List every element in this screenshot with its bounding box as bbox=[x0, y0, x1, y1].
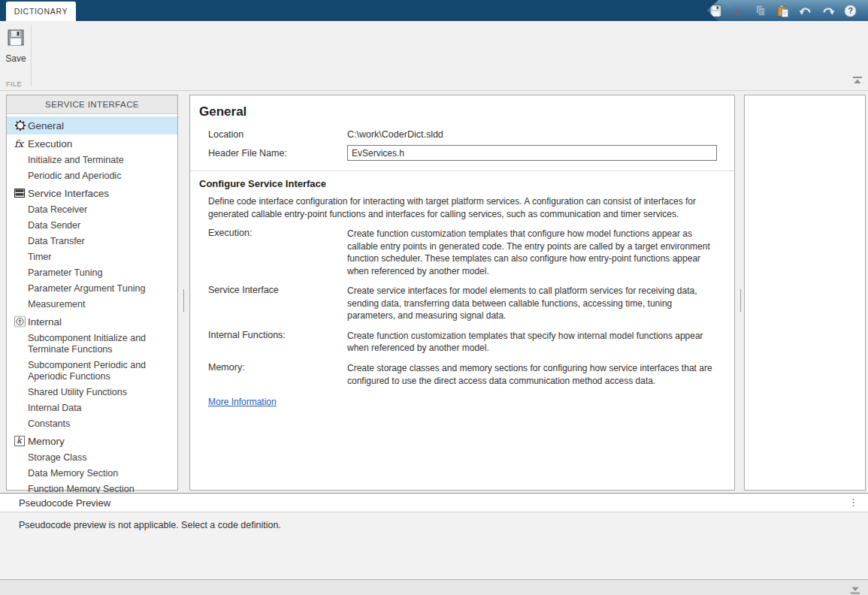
tree-item-storage-class[interactable]: Storage Class bbox=[7, 450, 177, 466]
service-interface-tree: GeneralfxExecutionInitialize and Termina… bbox=[7, 114, 177, 497]
tree-item-shared-utility-functions[interactable]: Shared Utility Functions bbox=[7, 385, 177, 400]
tree-item-execution[interactable]: fxExecution bbox=[7, 134, 177, 153]
config-row-service-interface: Service InterfaceCreate service interfac… bbox=[199, 285, 725, 322]
right-splitter-handle[interactable] bbox=[740, 289, 741, 312]
file-section-label: FILE bbox=[6, 80, 22, 88]
tree-item-label: Data Transfer bbox=[28, 236, 85, 246]
general-settings-panel: General Location C:\work\CoderDict.sldd … bbox=[189, 95, 735, 491]
tree-item-data-memory-section[interactable]: Data Memory Section bbox=[7, 466, 177, 482]
qab-cut-button bbox=[730, 2, 747, 20]
tree-item-label: Initialize and Terminate bbox=[28, 155, 124, 165]
tree-item-periodic-and-aperiodic[interactable]: Periodic and Aperiodic bbox=[7, 168, 177, 184]
tree-item-label: Parameter Tuning bbox=[28, 267, 102, 278]
k-icon: k bbox=[14, 436, 25, 446]
tree-item-parameter-argument-tuning[interactable]: Parameter Argument Tuning bbox=[7, 281, 177, 297]
qab-undo-button[interactable] bbox=[797, 2, 814, 20]
config-rows: Execution:Create function customization … bbox=[199, 228, 725, 387]
tree-item-label: Measurement bbox=[28, 299, 85, 310]
tree-item-label: Data Memory Section bbox=[28, 468, 118, 479]
tree-item-timer[interactable]: Timer bbox=[7, 249, 177, 265]
location-value: C:\work\CoderDict.sldd bbox=[347, 129, 443, 140]
grid-icon bbox=[14, 189, 25, 198]
more-information-link[interactable]: More Information bbox=[208, 397, 277, 407]
save-button[interactable]: Save bbox=[4, 29, 28, 64]
qab-save-button[interactable] bbox=[707, 2, 724, 20]
tree-item-label: Execution bbox=[28, 138, 72, 150]
tree-item-constants[interactable]: Constants bbox=[7, 416, 177, 432]
gear-icon bbox=[14, 119, 26, 131]
tree-item-initialize-and-terminate[interactable]: Initialize and Terminate bbox=[7, 153, 177, 168]
tab-dictionary-label: DICTIONARY bbox=[14, 7, 68, 16]
service-interface-panel: SERVICE INTERFACE GeneralfxExecutionInit… bbox=[6, 95, 178, 491]
collapse-up-icon bbox=[852, 77, 863, 84]
tree-item-internal-data[interactable]: Internal Data bbox=[7, 400, 177, 416]
header-file-label: Header File Name: bbox=[199, 148, 347, 159]
fx-icon: fx bbox=[14, 138, 23, 150]
qab-paste-button[interactable] bbox=[775, 2, 792, 20]
tree-item-memory[interactable]: kMemory bbox=[7, 432, 177, 450]
config-row-description: Create service interfaces for model elem… bbox=[347, 285, 717, 322]
tree-item-label: Periodic and Aperiodic bbox=[28, 171, 121, 181]
collapse-down-icon bbox=[850, 587, 860, 594]
tree-item-subcomponent-initialize-and-terminate-functions[interactable]: Subcomponent Initialize and Terminate Fu… bbox=[7, 331, 177, 358]
tree-item-subcomponent-periodic-and-aperiodic-functions[interactable]: Subcomponent Periodic and Aperiodic Func… bbox=[7, 358, 177, 385]
redo-icon bbox=[821, 5, 835, 17]
tree-item-data-transfer[interactable]: Data Transfer bbox=[7, 234, 177, 249]
pseudocode-preview-body: Pseudocode preview is not applicable. Se… bbox=[0, 513, 868, 579]
cut-icon bbox=[732, 5, 744, 17]
header-file-row: Header File Name: bbox=[199, 145, 725, 161]
sidebar-header: SERVICE INTERFACE bbox=[7, 95, 177, 114]
tree-item-parameter-tuning[interactable]: Parameter Tuning bbox=[7, 265, 177, 281]
qab-help-button[interactable]: ? bbox=[842, 2, 859, 20]
preview-menu-button[interactable]: ⋮ bbox=[848, 497, 858, 509]
tree-item-label: Constants bbox=[28, 418, 70, 429]
config-row-description: Create function customization templates … bbox=[347, 330, 717, 355]
pseudocode-preview-title: Pseudocode Preview bbox=[19, 497, 110, 509]
collapse-ribbon-button[interactable] bbox=[852, 74, 863, 87]
tree-item-label: Memory bbox=[28, 436, 65, 447]
config-row-description: Create function customization templates … bbox=[347, 228, 717, 277]
sidebar-header-label: SERVICE INTERFACE bbox=[45, 100, 139, 109]
quick-access-toolbar: ? bbox=[707, 0, 868, 21]
configure-section-intro: Define code interface configuration for … bbox=[208, 195, 718, 220]
qab-redo-button[interactable] bbox=[819, 2, 836, 20]
paste-icon bbox=[776, 5, 789, 17]
ribbon: Save FILE bbox=[0, 21, 868, 91]
section-divider bbox=[190, 171, 734, 171]
tree-item-label: Shared Utility Functions bbox=[28, 387, 127, 397]
config-row-description: Create storage classes and memory sectio… bbox=[347, 362, 717, 387]
bottom-status-bar bbox=[0, 579, 868, 595]
tree-item-general[interactable]: General bbox=[7, 116, 177, 134]
internal-icon bbox=[14, 316, 26, 328]
config-row-memory-: Memory:Create storage classes and memory… bbox=[199, 362, 725, 387]
tree-item-data-receiver[interactable]: Data Receiver bbox=[7, 202, 177, 218]
location-label: Location bbox=[199, 129, 347, 140]
tree-item-label: Storage Class bbox=[28, 452, 87, 463]
save-button-label: Save bbox=[4, 53, 28, 64]
detail-panel bbox=[744, 95, 866, 491]
collapse-preview-button[interactable] bbox=[850, 584, 860, 595]
ribbon-section-divider bbox=[31, 25, 32, 86]
config-row-label: Internal Functions: bbox=[199, 330, 347, 355]
config-row-label: Execution: bbox=[199, 228, 347, 277]
header-file-input[interactable] bbox=[347, 145, 717, 161]
tree-item-label: Internal Data bbox=[28, 403, 82, 413]
tree-item-internal[interactable]: Internal bbox=[7, 313, 177, 331]
tree-item-label: Timer bbox=[28, 252, 51, 262]
qab-copy-button bbox=[752, 2, 770, 20]
tree-item-service-interfaces[interactable]: Service Interfaces bbox=[7, 184, 177, 202]
config-row-internal-functions-: Internal Functions:Create function custo… bbox=[199, 330, 725, 355]
tab-dictionary[interactable]: DICTIONARY bbox=[6, 2, 76, 21]
tree-item-label: Data Sender bbox=[28, 220, 80, 231]
tree-item-label: Subcomponent Initialize and Terminate Fu… bbox=[28, 333, 146, 355]
titlebar: DICTIONARY bbox=[0, 0, 868, 21]
config-row-execution-: Execution:Create function customization … bbox=[199, 228, 725, 277]
tree-item-measurement[interactable]: Measurement bbox=[7, 297, 177, 313]
tree-item-label: Subcomponent Periodic and Aperiodic Func… bbox=[28, 360, 146, 382]
tree-item-data-sender[interactable]: Data Sender bbox=[7, 218, 177, 234]
location-row: Location C:\work\CoderDict.sldd bbox=[199, 129, 725, 140]
page-title: General bbox=[199, 104, 725, 119]
config-row-label: Service Interface bbox=[199, 285, 347, 322]
save-icon bbox=[7, 29, 25, 47]
left-splitter-handle[interactable] bbox=[183, 289, 184, 312]
